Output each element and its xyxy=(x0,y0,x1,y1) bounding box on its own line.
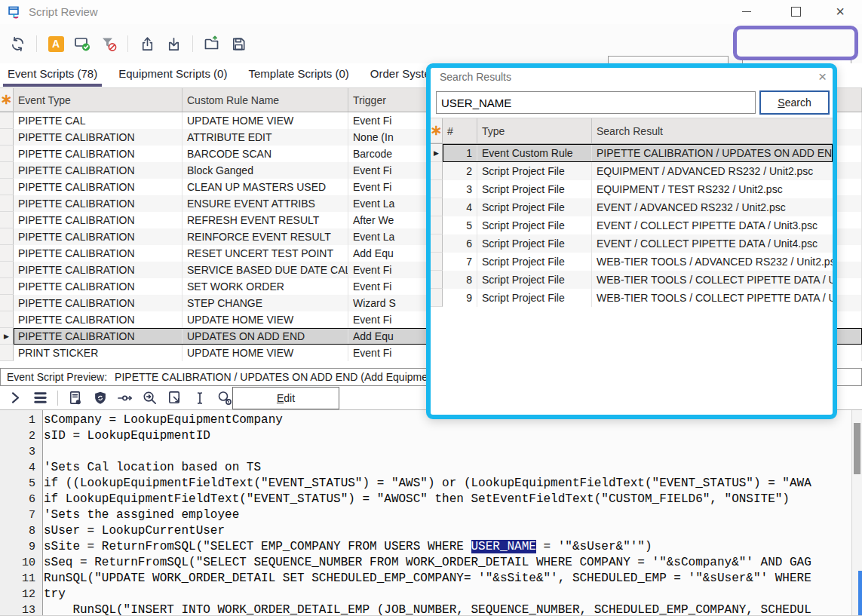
code-line: sSeq = ReturnFromSQL("SELECT SEQUENCE_NU… xyxy=(44,555,851,571)
line-number: 6 xyxy=(0,492,42,507)
cell-search-result: WEB-TIER TOOLS / COLLECT PIPETTE DATA / … xyxy=(592,271,833,289)
search-result-row[interactable]: 6Script Project FileEVENT / COLLECT PIPE… xyxy=(431,234,833,253)
filter-disable-icon[interactable] xyxy=(99,34,118,54)
tab-equipment-scripts-0-[interactable]: Equipment Scripts (0) xyxy=(114,63,232,87)
stacked-rows-icon[interactable] xyxy=(31,388,50,407)
row-indicator xyxy=(431,253,443,271)
column-header-number[interactable]: # xyxy=(443,118,477,143)
row-indicator: ▶ xyxy=(431,144,443,162)
search-result-row[interactable]: 3Script Project FileEQUIPMENT / TEST RS2… xyxy=(431,180,833,198)
zoom-code-icon[interactable] xyxy=(140,388,159,407)
cell-event-type: PRINT STICKER xyxy=(14,345,183,361)
app-window: Script Review × A xyxy=(0,0,862,616)
row-indicator xyxy=(0,311,14,328)
row-indicator xyxy=(0,278,14,295)
search-result-row[interactable]: 5Script Project FileEVENT / COLLECT PIPE… xyxy=(431,216,833,234)
search-result-row[interactable]: 8Script Project FileWEB-TIER TOOLS / COL… xyxy=(431,271,833,289)
auto-format-icon[interactable]: A xyxy=(46,34,66,54)
shield-sync-icon[interactable] xyxy=(90,388,109,407)
search-result-row[interactable]: 9Script Project FileWEB-TIER TOOLS / COL… xyxy=(431,289,833,307)
cell-search-result: WEB-TIER TOOLS / ADVANCED RS232 / Unit2.… xyxy=(592,253,833,271)
cell-search-result: EQUIPMENT / ADVANCED RS232 / Unit2.psc xyxy=(592,162,833,180)
cell-search-result: EVENT / COLLECT PIPETTE DATA / Unit3.psc xyxy=(592,216,833,234)
code-line: sUser = LookupCurrentUser xyxy=(44,523,851,539)
cell-event-type: PIPETTE CALIBRATION xyxy=(14,328,183,345)
edit-button[interactable]: Edit xyxy=(232,387,339,409)
code-line: sID = LookupEquipmentID xyxy=(44,428,851,444)
code-line: RunSQL("INSERT INTO WORK_ORDER_DETAIL_EM… xyxy=(44,602,851,616)
report-icon[interactable] xyxy=(66,388,84,407)
cell-search-result: PIPETTE CALIBRATION / UPDATES ON ADD END… xyxy=(592,144,833,162)
scrollbar-thumb[interactable] xyxy=(854,423,860,474)
minimize-button[interactable] xyxy=(729,0,764,23)
column-header-search-result[interactable]: Search Result xyxy=(592,118,833,143)
cell-custom-rule-name: SERVICE BASED DUE DATE CALC xyxy=(183,262,348,278)
save-icon[interactable] xyxy=(229,34,248,54)
open-file-icon[interactable] xyxy=(202,34,222,54)
cell-event-type: PIPETTE CALIBRATION xyxy=(14,278,183,295)
line-number: 11 xyxy=(0,571,42,587)
toolbar-separator xyxy=(127,35,128,52)
search-results-body: ▶1Event Custom RulePIPETTE CALIBRATION /… xyxy=(431,144,833,307)
cell-search-result: WEB-TIER TOOLS / COLLECT PIPETTE DATA / … xyxy=(592,289,833,307)
cell-search-result: EVENT / ADVANCED RS232 / Unit2.psc xyxy=(592,198,833,216)
maximize-button[interactable] xyxy=(778,0,813,23)
run-chevron-icon[interactable] xyxy=(6,388,25,407)
line-number: 9 xyxy=(0,539,42,555)
cell-custom-rule-name: STEP CHANGE xyxy=(183,295,348,311)
line-number-gutter: 12345678910111213 xyxy=(0,410,43,616)
tab-template-scripts-0-[interactable]: Template Scripts (0) xyxy=(244,63,353,87)
find-symbol-icon[interactable] xyxy=(215,388,234,407)
cell-type: Script Project File xyxy=(477,271,592,289)
cell-number: 1 xyxy=(443,144,477,162)
cell-event-type: PIPETTE CALIBRATION xyxy=(14,262,183,278)
row-indicator: ▶ xyxy=(0,328,14,345)
code-line: if LookupEquipmentFieldText("EVENT_STATU… xyxy=(44,492,851,507)
watch-expression-icon[interactable] xyxy=(115,388,134,407)
cell-number: 3 xyxy=(443,180,477,198)
cell-event-type: PIPETTE CALIBRATION xyxy=(14,129,183,146)
cell-type: Script Project File xyxy=(477,180,592,198)
popup-search-button[interactable]: Search xyxy=(759,90,830,115)
preview-label: Event Script Preview: xyxy=(7,371,107,383)
cell-custom-rule-name: RESET UNCERT TEST POINT xyxy=(183,245,348,262)
highlighted-match: USER_NAME xyxy=(471,540,536,553)
cell-custom-rule-name: UPDATE HOME VIEW xyxy=(183,311,348,328)
preview-box-icon[interactable] xyxy=(165,388,184,407)
cell-number: 5 xyxy=(443,216,477,234)
cell-search-result: EVENT / COLLECT PIPETTE DATA / Unit4.psc xyxy=(592,234,833,253)
search-input[interactable] xyxy=(436,91,756,114)
column-header-custom-rule-name[interactable]: Custom Rule Name xyxy=(183,88,348,112)
row-indicator xyxy=(431,198,443,216)
script-validate-icon[interactable] xyxy=(72,34,92,54)
preview-value: PIPETTE CALIBRATION / UPDATES ON ADD END… xyxy=(115,371,450,383)
cell-event-type: PIPETTE CALIBRATION xyxy=(14,179,183,195)
export-icon[interactable] xyxy=(137,34,157,54)
cell-number: 7 xyxy=(443,253,477,271)
tab-event-scripts-78-[interactable]: Event Scripts (78) xyxy=(3,63,102,87)
search-results-header: ∗ # Type Search Result xyxy=(431,118,833,144)
search-result-row[interactable]: 4Script Project FileEVENT / ADVANCED RS2… xyxy=(431,198,833,216)
column-header-type[interactable]: Type xyxy=(477,118,592,143)
search-result-row[interactable]: ▶1Event Custom RulePIPETTE CALIBRATION /… xyxy=(431,144,833,162)
refresh-icon[interactable] xyxy=(8,34,27,54)
search-result-row[interactable]: 2Script Project FileEQUIPMENT / ADVANCED… xyxy=(431,162,833,180)
line-number: 1 xyxy=(0,412,42,428)
cell-event-type: PIPETTE CALIBRATION xyxy=(14,228,183,245)
cell-type: Script Project File xyxy=(477,162,592,180)
cell-custom-rule-name: UPDATES ON ADD END xyxy=(183,328,348,345)
cell-type: Event Custom Rule xyxy=(477,144,592,162)
search-result-row[interactable]: 7Script Project FileWEB-TIER TOOLS / ADV… xyxy=(431,253,833,271)
cell-custom-rule-name: Block Ganged xyxy=(183,162,348,179)
import-icon[interactable] xyxy=(164,34,183,54)
cell-number: 9 xyxy=(443,289,477,307)
close-button[interactable]: × xyxy=(823,0,857,23)
cell-event-type: PIPETTE CALIBRATION xyxy=(14,195,183,212)
text-cursor-icon[interactable] xyxy=(190,388,209,407)
line-number: 2 xyxy=(0,428,42,444)
cell-type: Script Project File xyxy=(477,198,592,216)
column-header-event-type[interactable]: Event Type xyxy=(14,88,183,112)
popup-close-icon[interactable]: × xyxy=(818,69,827,85)
line-number: 8 xyxy=(0,523,42,539)
line-number: 13 xyxy=(0,602,42,616)
